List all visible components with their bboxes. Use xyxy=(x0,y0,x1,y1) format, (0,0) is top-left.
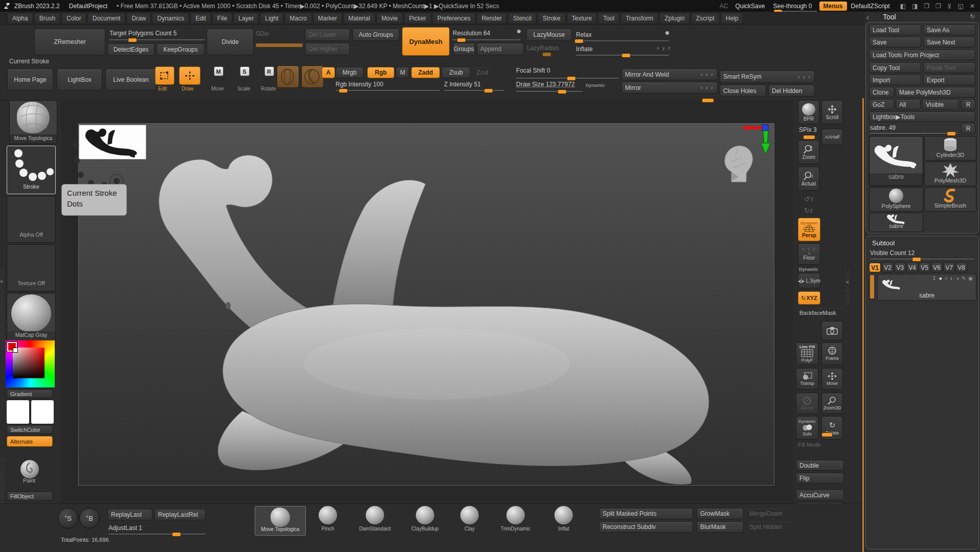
menu-stroke[interactable]: Stroke xyxy=(538,13,566,24)
menu-preferences[interactable]: Preferences xyxy=(432,13,476,24)
goz-all-button[interactable]: All xyxy=(896,99,921,110)
groups-button[interactable]: Groups xyxy=(453,43,475,55)
restore-icon[interactable]: ◱ xyxy=(958,3,964,10)
adjust-last-track[interactable] xyxy=(108,534,206,535)
relax-track[interactable] xyxy=(576,40,669,41)
alpha-selector[interactable]: Alpha Off xyxy=(7,196,56,243)
polyframe-button[interactable]: Line Fill PolyF xyxy=(796,342,818,365)
subtool-title[interactable]: Subtool xyxy=(872,239,895,247)
tray-right-icon[interactable]: ◨ xyxy=(912,3,918,10)
palette-back-icon[interactable]: ‹ xyxy=(866,13,869,22)
load-tools-from-project-button[interactable]: Load Tools From Project xyxy=(869,50,975,60)
zoom3d-button[interactable]: Zoom3D xyxy=(821,393,843,414)
quick-brush-pinch[interactable]: Pinch xyxy=(311,506,345,535)
a-button[interactable]: A xyxy=(322,67,335,78)
split-masked-points-button[interactable]: Split Masked Points xyxy=(599,508,693,519)
tool-item-polymesh3d[interactable]: PolyMesh3D xyxy=(924,162,976,186)
menu-dynamics[interactable]: Dynamics xyxy=(152,13,189,24)
dynamesh-button[interactable]: DynaMesh xyxy=(402,27,450,56)
goz-button[interactable]: GoZ xyxy=(869,99,894,110)
move-button[interactable]: M Move xyxy=(208,66,229,85)
draw-size-track[interactable] xyxy=(516,91,583,92)
move-mode-button[interactable]: Move xyxy=(821,368,843,389)
dynamic-drawsize-label[interactable]: Dynamic xyxy=(586,83,605,88)
menu-draw[interactable]: Draw xyxy=(126,13,151,24)
export-button[interactable]: Export xyxy=(923,75,975,85)
save-as-button[interactable]: Save As xyxy=(923,25,975,35)
sculpt-model[interactable] xyxy=(79,124,774,485)
detect-edges-button[interactable]: DetectEdges xyxy=(107,43,154,56)
spin-z-icon[interactable]: ↻z xyxy=(804,206,813,214)
draw-button[interactable] xyxy=(179,66,201,85)
subtool-half1-icon[interactable]: ◐ xyxy=(950,275,953,281)
zsub-button[interactable]: Zsub xyxy=(441,67,471,78)
rgb-intensity-knob[interactable] xyxy=(339,88,348,93)
zoom-button[interactable]: Zoom xyxy=(798,140,819,164)
subtool-active-bar[interactable] xyxy=(870,275,874,298)
menu-edit[interactable]: Edit xyxy=(190,13,211,24)
menu-layer[interactable]: Layer xyxy=(233,13,259,24)
quick-brush-damstandard[interactable]: DamStandard xyxy=(353,506,397,535)
tool-item-active[interactable]: sabre xyxy=(869,136,923,186)
paint-button[interactable]: Paint xyxy=(7,459,53,488)
left-tray-toggle-icon[interactable]: ▸ xyxy=(1,278,4,284)
texture-selector[interactable]: Texture Off xyxy=(7,244,56,291)
menu-color[interactable]: Color xyxy=(61,13,86,24)
replay-last-rel-button[interactable]: ReplayLastRel xyxy=(154,509,206,520)
axis-gizmo[interactable] xyxy=(741,124,773,157)
make-polymesh3d-button[interactable]: Make PolyMesh3D xyxy=(896,87,975,98)
record-stroke-b-button[interactable]: +B xyxy=(79,508,100,528)
default-zscript-button[interactable]: DefaultZScript xyxy=(851,3,890,10)
tray-divider[interactable] xyxy=(862,98,864,552)
paste-tool-button[interactable]: Paste Tool xyxy=(923,62,975,73)
clone-button[interactable]: Clone xyxy=(869,87,894,98)
fill-object-button[interactable]: FillObject xyxy=(7,492,53,501)
scroll-button[interactable]: Scroll xyxy=(821,100,843,124)
quicksave-button[interactable]: QuickSave xyxy=(735,3,765,10)
menu-help[interactable]: Help xyxy=(721,13,744,24)
switch-color-button[interactable]: SwitchColor xyxy=(7,425,53,434)
menu-document[interactable]: Document xyxy=(87,13,126,24)
spin-y-icon[interactable]: ↺Y xyxy=(804,195,814,203)
inflate-knob[interactable] xyxy=(621,53,631,58)
edit-button[interactable] xyxy=(155,66,174,85)
subtool-half2-icon[interactable]: ◑ xyxy=(956,275,959,281)
transp-button[interactable]: Transp xyxy=(796,368,818,389)
solo-button[interactable]: Dynamic Solo xyxy=(796,416,818,440)
fill-mode-knob[interactable] xyxy=(821,432,833,437)
quick-brush-active[interactable]: Move Topologica xyxy=(255,506,306,536)
append-button[interactable]: Append xyxy=(477,43,524,55)
z-intensity-knob[interactable] xyxy=(484,88,493,93)
color-picker[interactable] xyxy=(6,340,55,387)
focal-shift-knob[interactable] xyxy=(567,76,576,81)
active-tool-track[interactable] xyxy=(870,133,958,134)
target-polygons-track[interactable] xyxy=(109,39,205,40)
tool-item-cylinder[interactable]: Cylinder3D xyxy=(924,136,976,160)
scale-button[interactable]: S Scale xyxy=(234,66,255,85)
visible-count-knob[interactable] xyxy=(912,257,921,262)
subtool-tab-v6[interactable]: V6 xyxy=(931,263,943,272)
subtool-tab-v3[interactable]: V3 xyxy=(894,263,906,272)
subtool-visible2-icon[interactable]: ○ xyxy=(945,275,948,281)
record-stroke-s-button[interactable]: +S xyxy=(58,508,78,528)
quick-brush-trimdynamic[interactable]: TrimDynamic xyxy=(494,506,537,535)
keep-groups-button[interactable]: KeepGroups xyxy=(157,43,205,56)
z-intensity-track[interactable] xyxy=(444,90,504,91)
subtool-tab-v8[interactable]: V8 xyxy=(955,263,967,272)
mirror-button[interactable]: Mirrorx y z xyxy=(621,82,718,94)
accucurve-button[interactable]: AccuCurve xyxy=(796,490,844,500)
canvas-divider-handle[interactable] xyxy=(702,98,714,103)
close-icon[interactable]: ✕ xyxy=(970,3,975,10)
backface-mask-button[interactable]: BackfaceMask xyxy=(796,308,847,318)
aahalf-button[interactable]: AAHalf xyxy=(821,129,843,145)
stroke-selector[interactable]: Stroke xyxy=(7,146,56,194)
persp-button[interactable]: Dynamic Persp xyxy=(798,218,820,241)
brush-selector[interactable]: Move Topologica xyxy=(9,100,57,144)
main-color-swatch[interactable] xyxy=(6,400,30,424)
menu-stencil[interactable]: Stencil xyxy=(508,13,537,24)
save-next-button[interactable]: Save Next xyxy=(923,37,975,48)
spix-knob[interactable] xyxy=(803,135,815,140)
merge-down-button[interactable]: MergeDown xyxy=(746,508,793,519)
ghost-button[interactable]: Ghost xyxy=(796,393,818,414)
menus-button[interactable]: Menus xyxy=(819,2,847,11)
